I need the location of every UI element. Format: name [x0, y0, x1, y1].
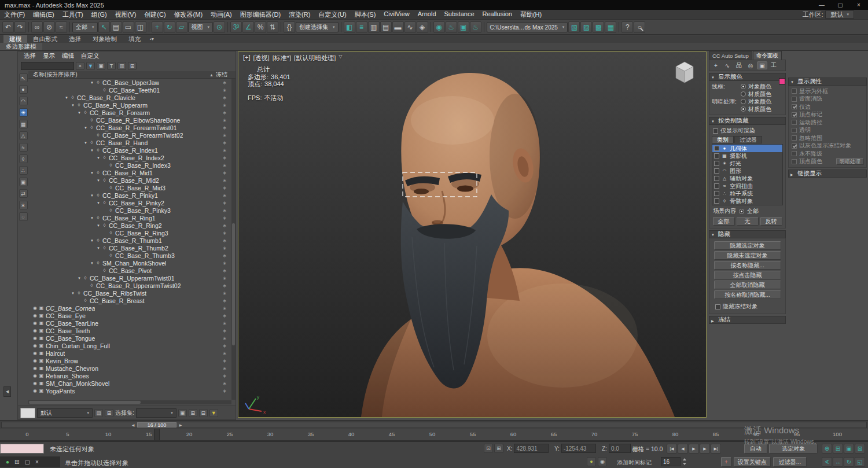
tree-row[interactable]: ◊CC_Base_R_Thumb3∗ — [28, 252, 231, 259]
collapse-arrow-icon[interactable]: ▼ — [95, 201, 101, 205]
category-cameras[interactable]: ▦摄影机 — [712, 152, 782, 160]
tree-row[interactable]: ▼◊CC_Base_R_Mid2∗ — [28, 176, 231, 184]
tree-row[interactable]: ▼◊CC_Base_R_Ring2∗ — [28, 222, 231, 229]
tree-row[interactable]: ◉▣Retiarus_Shoes∗ — [28, 372, 231, 379]
collapse-arrow-icon[interactable]: ▼ — [95, 156, 101, 160]
freeze-icon[interactable]: ∗ — [222, 381, 227, 386]
viewport-general-menu[interactable]: [+] — [243, 54, 251, 62]
invert-button[interactable]: 反转 — [760, 217, 782, 226]
cameras-checkbox[interactable] — [714, 153, 719, 159]
frame-spinner[interactable] — [682, 457, 687, 466]
next-frame-arrow[interactable]: ▶ — [178, 422, 183, 428]
collapse-arrow-icon[interactable]: ▼ — [89, 216, 95, 220]
frozen-column-header[interactable]: 冻结 — [216, 71, 227, 79]
ribbon-tab-selection[interactable]: 选择 — [63, 35, 87, 43]
align-icon[interactable]: ≡ — [356, 21, 367, 33]
tree-row[interactable]: ◉▣CC_Base_Tongue∗ — [28, 334, 231, 342]
eye-icon[interactable]: ◉ — [32, 305, 38, 311]
menu-views[interactable]: 视图(V) — [111, 10, 141, 19]
freeze-icon[interactable]: ∗ — [222, 268, 227, 274]
freeze-icon[interactable]: ∗ — [222, 313, 227, 319]
menu-reallusion[interactable]: Reallusion — [479, 10, 516, 19]
snap-toggle-3d-icon[interactable]: 3³ — [230, 21, 242, 33]
polygon-modeling-panel[interactable]: 多边形建模 — [0, 43, 42, 50]
reference-coordinate-dropdown[interactable]: 视图▾ — [188, 22, 214, 32]
eye-icon[interactable]: ◉ — [32, 328, 38, 333]
viewport-layout-icon[interactable]: ▦ — [605, 21, 616, 33]
freeze-icon[interactable]: ∗ — [222, 388, 227, 394]
select-and-rotate-icon[interactable]: ↻ — [164, 21, 175, 33]
new-explorer-icon[interactable]: ⊞ — [128, 62, 137, 70]
ribbon-tab-object-paint[interactable]: 对象绘制 — [87, 35, 123, 43]
eye-icon[interactable]: ◉ — [32, 366, 38, 371]
match-case-icon[interactable]: T — [107, 62, 116, 70]
key-filters-button[interactable]: 过滤器... — [773, 457, 807, 467]
freeze-icon[interactable]: ∗ — [222, 185, 227, 191]
panel-tab-command-panel[interactable]: 命令面板 — [753, 51, 782, 60]
freeze-icon[interactable]: ∗ — [222, 110, 227, 116]
ribbon-config-icon[interactable]: ▪▾ — [146, 35, 157, 43]
collapse-arrow-icon[interactable]: ▼ — [83, 126, 89, 130]
auto-key-button[interactable]: 自动 — [744, 444, 767, 454]
freeze-icon[interactable]: ∗ — [222, 200, 227, 206]
hide-selected-button[interactable]: 隐藏选定对象 — [714, 241, 781, 250]
viewport-canvas[interactable] — [238, 52, 706, 417]
unhide-by-name-button[interactable]: 按名称取消隐藏... — [714, 290, 781, 299]
freeze-icon[interactable]: ∗ — [222, 230, 227, 236]
open-explorer-icon[interactable]: ▧ — [568, 21, 580, 33]
category-lights[interactable]: ☀灯光 — [712, 160, 782, 167]
search-input[interactable] — [21, 62, 74, 70]
tree-row[interactable]: ◊CC_Base_Pivot∗ — [28, 267, 231, 274]
modify-tab-icon[interactable]: ∿ — [722, 61, 733, 69]
rendered-frame-icon[interactable]: ▣ — [458, 21, 469, 33]
menu-rendering[interactable]: 渲染(R) — [285, 10, 314, 19]
none-button[interactable]: 无 — [737, 217, 759, 226]
freeze-rollout-header[interactable]: 冻结 — [709, 316, 786, 324]
tree-row[interactable]: ◊CC_Base_R_Breast∗ — [28, 297, 231, 304]
isolate-selection-icon[interactable]: ● — [587, 457, 596, 466]
collapse-arrow-icon[interactable]: ▼ — [95, 246, 101, 250]
help-icon[interactable]: ? — [621, 21, 633, 33]
taskbar-close-icon[interactable]: × — [35, 459, 39, 465]
filter-xrefs-icon[interactable]: ⇄ — [19, 189, 28, 198]
freeze-icon[interactable]: ∗ — [222, 155, 227, 161]
taskbar-window-icon[interactable]: ▢ — [24, 459, 30, 465]
workspace-dropdown[interactable]: 默认 ▾ — [825, 10, 854, 19]
named-selection-sets-dropdown[interactable]: 创建选择集▾ — [296, 22, 339, 32]
freeze-icon[interactable]: ∗ — [222, 366, 227, 371]
clear-search-icon[interactable]: × — [76, 62, 84, 70]
collapse-arrow-icon[interactable]: ▼ — [89, 194, 95, 197]
menu-substance[interactable]: Substance — [440, 10, 479, 19]
go-to-start-button[interactable]: |◀ — [667, 444, 677, 454]
eye-icon[interactable]: ◉ — [32, 320, 38, 326]
tree-row[interactable]: ▼◊CC_Base_R_Index2∗ — [28, 154, 231, 161]
freeze-icon[interactable]: ∗ — [222, 140, 227, 146]
set-key-icon[interactable]: + — [721, 457, 731, 467]
angle-snap-icon[interactable]: ∠ — [242, 21, 254, 33]
freeze-icon[interactable]: ∗ — [222, 117, 227, 123]
menu-edit[interactable]: 编辑(E) — [29, 10, 58, 19]
tree-row[interactable]: ▼◊CC_Base_UpperJaw∗ — [28, 79, 231, 86]
filter-geometry-icon[interactable]: ● — [19, 85, 28, 94]
render-setup-icon[interactable]: ♨ — [446, 21, 457, 33]
viewport-flyout-icon[interactable]: ▽ — [339, 54, 342, 62]
hide-by-name-button[interactable]: 按名称隐藏... — [714, 261, 781, 270]
name-column-header[interactable]: 名称(按升序排序) — [33, 71, 78, 79]
menu-scripting[interactable]: 脚本(S) — [351, 10, 380, 19]
display-color-rollout-header[interactable]: 显示颜色 — [709, 73, 786, 81]
show-frozen-in-gray-checkbox[interactable] — [792, 143, 797, 149]
collapse-arrow-icon[interactable]: ▼ — [89, 261, 95, 265]
select-and-scale-icon[interactable]: ▱ — [176, 21, 187, 33]
tree-row[interactable]: ▼◊CC_Base_R_Upperarm∗ — [28, 101, 231, 109]
ribbon-tab-modeling[interactable]: 建模 — [3, 35, 27, 43]
filter-lights-icon[interactable]: ☀ — [19, 108, 28, 117]
play-button[interactable]: ▶ — [689, 444, 699, 454]
ribbon-tab-freeform[interactable]: 自由形式 — [27, 35, 63, 43]
filter-bones-icon[interactable]: ◊ — [19, 154, 28, 163]
freeze-icon[interactable]: ∗ — [222, 290, 227, 296]
hierarchy-tab-icon[interactable]: 品 — [734, 61, 744, 69]
collapse-panel-button[interactable]: ◀ — [3, 386, 11, 397]
tree-row[interactable]: ▼◊CC_Base_R_Index1∗ — [28, 146, 231, 154]
collapse-arrow-icon[interactable]: ▼ — [70, 104, 76, 107]
collapse-arrow-icon[interactable]: ▼ — [89, 149, 95, 152]
